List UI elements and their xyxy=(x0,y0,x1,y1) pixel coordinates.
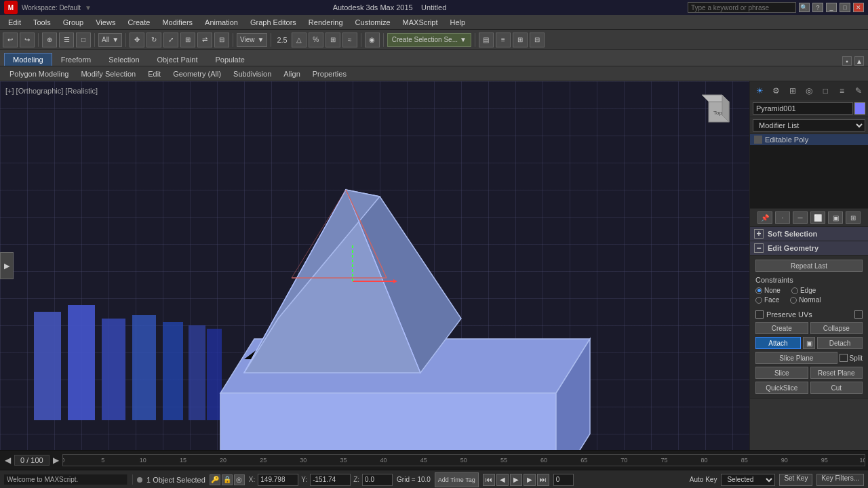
place-button[interactable]: ⊞ xyxy=(180,33,195,47)
select-button[interactable]: ⊕ xyxy=(42,33,57,47)
keyword-search-input[interactable] xyxy=(688,2,796,13)
slice-button[interactable]: Slice xyxy=(755,367,808,379)
reset-plane-button[interactable]: Reset Plane xyxy=(810,367,863,379)
polygon-modeling-btn[interactable]: Polygon Modeling xyxy=(4,69,74,79)
menu-animation[interactable]: Animation xyxy=(199,17,243,28)
select-by-name-button[interactable]: ☰ xyxy=(59,33,74,47)
layer-btn[interactable]: ▤ xyxy=(479,33,494,47)
goto-start-btn[interactable]: ⏮ xyxy=(483,474,495,486)
modifier-list-dropdown[interactable]: Modifier List xyxy=(753,119,865,131)
display-panel-icon[interactable]: □ xyxy=(818,84,832,98)
repeat-last-button[interactable]: Repeat Last xyxy=(755,260,863,272)
extra-panel-icon[interactable]: ✎ xyxy=(852,84,865,98)
vertex-mode-btn[interactable]: · xyxy=(775,211,790,224)
constraint-none-radio[interactable] xyxy=(755,287,762,294)
align-button[interactable]: ⊟ xyxy=(214,33,229,47)
tab-freeform[interactable]: Freeform xyxy=(52,53,100,66)
object-color-box[interactable] xyxy=(854,102,865,115)
modifier-list-area[interactable]: Editable Poly xyxy=(750,134,868,209)
modify-selection-btn[interactable]: Modify Selection xyxy=(75,69,141,79)
constraint-face[interactable]: Face xyxy=(755,296,779,304)
geometry-all-btn[interactable]: Geometry (All) xyxy=(167,69,226,79)
align-btn[interactable]: Align xyxy=(278,69,305,79)
hierarchy-icon[interactable]: ⊞ xyxy=(786,84,800,98)
close-button[interactable]: ✕ xyxy=(853,3,864,12)
create-button[interactable]: Create xyxy=(755,322,808,334)
motion-icon[interactable]: ◎ xyxy=(802,84,816,98)
view-dropdown[interactable]: View ▼ xyxy=(237,33,267,47)
ribbon-pin-btn[interactable]: ▪ xyxy=(842,56,852,66)
menu-maxscript[interactable]: MAXScript xyxy=(397,17,443,28)
pin-stack-btn[interactable]: 📌 xyxy=(757,211,772,224)
element-mode-btn[interactable]: ⊞ xyxy=(846,211,861,224)
edge-mode-btn[interactable]: ─ xyxy=(793,211,808,224)
slice-plane-button[interactable]: Slice Plane xyxy=(755,352,837,364)
attach-button[interactable]: Attach xyxy=(755,337,801,349)
timeline-left-arrow[interactable]: ◀ xyxy=(3,455,13,465)
set-key-button[interactable]: Set Key xyxy=(779,474,812,486)
edit-geometry-header[interactable]: − Edit Geometry xyxy=(750,241,868,256)
percent-snap-btn[interactable]: ≈ xyxy=(342,33,357,47)
manage-layers-btn[interactable]: ⊞ xyxy=(513,33,528,47)
menu-group[interactable]: Group xyxy=(58,17,90,28)
utilities-icon[interactable]: ≡ xyxy=(835,84,849,98)
tab-selection[interactable]: Selection xyxy=(100,53,148,66)
rect-select-button[interactable]: □ xyxy=(76,33,91,47)
polygon-mode-btn[interactable]: ▣ xyxy=(828,211,843,224)
quickslice-button[interactable]: QuickSlice xyxy=(755,382,808,394)
detach-button[interactable]: Detach xyxy=(817,337,863,349)
scale-button[interactable]: ⤢ xyxy=(163,33,178,47)
filter-dropdown[interactable]: All ▼ xyxy=(98,33,122,47)
timeline-track[interactable]: 0 5 10 15 20 25 30 35 40 45 50 55 60 65 … xyxy=(62,454,865,466)
menu-create[interactable]: Create xyxy=(122,17,155,28)
snap-status-icon[interactable]: ◎ xyxy=(234,474,245,485)
current-frame-field[interactable]: 0 xyxy=(553,474,574,486)
search-icon[interactable]: 🔍 xyxy=(799,3,810,12)
angle-snap-btn[interactable]: % xyxy=(309,33,323,47)
tab-object-paint[interactable]: Object Paint xyxy=(149,53,207,66)
constraint-none[interactable]: None xyxy=(755,287,781,294)
undo-button[interactable]: ↩ xyxy=(3,33,18,47)
autokey-dropdown[interactable]: Selected xyxy=(721,474,775,486)
edit-btn[interactable]: Edit xyxy=(142,69,166,79)
key-filters-button[interactable]: Key Filters... xyxy=(816,474,864,486)
key-icon[interactable]: 🔑 xyxy=(210,474,220,485)
rotate-button[interactable]: ↻ xyxy=(146,33,161,47)
redo-button[interactable]: ↪ xyxy=(20,33,35,47)
x-coord-field[interactable]: 149.798 xyxy=(258,474,298,486)
modify-icon[interactable]: ⚙ xyxy=(769,84,783,98)
spinner-snap-btn[interactable]: ⊞ xyxy=(326,33,340,47)
display-icon[interactable]: ☀ xyxy=(753,84,766,98)
border-mode-btn[interactable]: ⬜ xyxy=(810,211,825,224)
attach-list-button[interactable]: ▣ xyxy=(803,337,815,349)
constraint-edge-radio[interactable] xyxy=(791,287,798,294)
collapse-button[interactable]: Collapse xyxy=(810,322,863,334)
z-coord-field[interactable]: 0.0 xyxy=(362,474,393,486)
constraint-edge[interactable]: Edge xyxy=(791,287,816,294)
menu-customize[interactable]: Customize xyxy=(350,17,396,28)
soft-selection-header[interactable]: + Soft Selection xyxy=(750,227,868,241)
play-btn[interactable]: ▶ xyxy=(510,474,522,486)
minimize-button[interactable]: _ xyxy=(826,3,837,12)
y-coord-field[interactable]: -151.74 xyxy=(310,474,351,486)
scene-explorer-btn[interactable]: ⊟ xyxy=(530,33,545,47)
preserve-uvs-checkbox[interactable] xyxy=(755,310,764,319)
render-preset-dropdown[interactable]: Create Selection Se... ▼ xyxy=(387,33,471,47)
constraint-normal[interactable]: Normal xyxy=(790,296,821,304)
prev-frame-btn[interactable]: ◀ xyxy=(496,474,509,486)
add-time-tag-button[interactable]: Add Time Tag xyxy=(435,472,479,487)
properties-btn[interactable]: Properties xyxy=(307,69,352,79)
snap-btn[interactable]: △ xyxy=(292,33,307,47)
viewport-expand-arrow[interactable]: ▶ xyxy=(0,252,14,279)
constraint-face-radio[interactable] xyxy=(755,297,762,304)
render-setup-btn[interactable]: ◉ xyxy=(365,33,380,47)
tab-populate[interactable]: Populate xyxy=(206,53,253,66)
viewport[interactable]: [+] [Orthographic] [Realistic] Top ▶ xyxy=(0,81,749,450)
subdivision-btn[interactable]: Subdivision xyxy=(228,69,277,79)
tab-modeling[interactable]: Modeling xyxy=(4,53,52,66)
help-icon[interactable]: ? xyxy=(812,3,823,12)
lock-icon[interactable]: 🔒 xyxy=(222,474,233,485)
timeline-right-arrow[interactable]: ▶ xyxy=(51,455,61,465)
split-checkbox[interactable] xyxy=(840,354,848,362)
modifier-entry-editable-poly[interactable]: Editable Poly xyxy=(750,134,868,145)
